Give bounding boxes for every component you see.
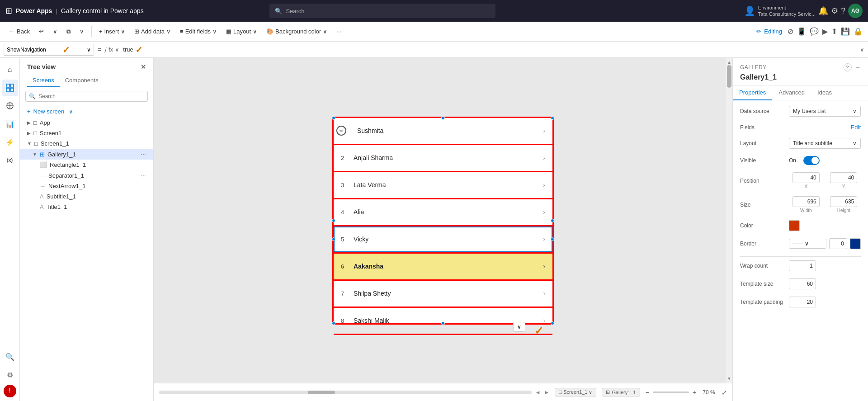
user-avatar[interactable]: AG [848, 4, 863, 18]
zoom-in-button[interactable]: + [693, 389, 696, 396]
tree-item-screen1-1[interactable]: ▼ □ Screen1_1 [20, 138, 153, 149]
variables-icon-btn[interactable]: (x) [2, 152, 18, 168]
apps-grid-icon[interactable]: ⊞ [5, 6, 12, 16]
position-x-input[interactable] [793, 172, 820, 183]
zoom-slider[interactable] [653, 392, 689, 393]
gallery-row-6[interactable]: 6 Aakansha › [334, 254, 552, 281]
gallery-context-menu[interactable]: ··· [141, 151, 146, 158]
formula-expand-icon[interactable]: ∨ [860, 46, 864, 53]
layout-select[interactable]: Title and subtitle ∨ [789, 138, 861, 149]
brand-divider: | [56, 8, 57, 14]
row-2-content: Anjali Sharma [354, 154, 393, 161]
tree-item-subtitle1-1[interactable]: A Subtitle1_1 [20, 191, 153, 202]
undo-button[interactable]: ↩ [35, 26, 47, 37]
template-padding-input[interactable] [789, 297, 816, 307]
visible-toggle[interactable] [803, 156, 820, 165]
size-width-input[interactable] [793, 196, 820, 207]
gallery-row-2[interactable]: 2 Anjali Sharma › [334, 145, 552, 172]
horizontal-scroll-thumb[interactable] [308, 391, 335, 394]
gallery-widget[interactable]: ✏ Sushmita › 2 Anjali Sharma › [332, 117, 554, 325]
tree-item-title1-1[interactable]: A Title1_1 [20, 202, 153, 212]
gallery-row-4[interactable]: 4 Alia › [334, 199, 552, 226]
border-style-select[interactable]: —— ∨ [789, 239, 826, 249]
tree-item-rectangle1-1[interactable]: ⬜ Rectangle1_1 [20, 160, 153, 170]
template-size-input[interactable] [789, 278, 816, 289]
gallery-row-3[interactable]: 3 Lata Verma › [334, 172, 552, 199]
tree-item-gallery1-1[interactable]: ▼ ⊞ Gallery1_1 ··· [20, 149, 153, 160]
search-icon-btn[interactable]: 🔍 [2, 349, 18, 365]
gallery-row-8[interactable]: 8 Sakshi Malik › ∨ ✓ [334, 308, 552, 335]
svg-rect-2 [6, 88, 9, 91]
notification-icon[interactable]: 🔔 [818, 6, 828, 16]
border-width-input[interactable] [829, 238, 847, 249]
border-color-swatch[interactable] [850, 238, 861, 249]
help-icon[interactable]: ? [841, 6, 845, 16]
insert-button[interactable]: + Insert ∨ [95, 26, 129, 37]
charts-icon-btn[interactable]: 📊 [2, 116, 18, 132]
chat-icon[interactable]: 💬 [810, 27, 819, 36]
data-icon-btn[interactable] [2, 98, 18, 114]
prop-fields: Fields Edit [740, 124, 861, 131]
tab-components[interactable]: Components [60, 74, 104, 87]
lock-icon[interactable]: 🔒 [854, 27, 863, 36]
connections-icon-btn[interactable]: ⚡ [2, 134, 18, 150]
vertical-scroll-thumb[interactable] [727, 65, 731, 88]
data-source-select[interactable]: My Users List ∨ [789, 106, 861, 117]
horizontal-scrollbar[interactable] [159, 391, 532, 394]
back-button[interactable]: ← Back [5, 26, 33, 37]
tab-properties[interactable]: Properties [733, 85, 772, 100]
tree-close-button[interactable]: ✕ [141, 63, 146, 71]
add-data-button[interactable]: ⊞ Add data ∨ [131, 26, 175, 37]
screen-badge[interactable]: □ Screen1_1 ∨ [555, 388, 596, 396]
formula-value[interactable]: true ✓ [123, 44, 142, 55]
tree-item-app[interactable]: ▶ □ App [20, 118, 153, 128]
tree-item-screen1[interactable]: ▶ □ Screen1 [20, 128, 153, 138]
row-handle-left[interactable] [332, 237, 335, 241]
background-color-button[interactable]: 🎨 Background color ∨ [263, 26, 331, 37]
tree-item-nextarrow1-1[interactable]: → NextArrow1_1 [20, 181, 153, 191]
settings-icon[interactable]: ⚙ [831, 6, 838, 16]
fields-edit-button[interactable]: Edit [851, 124, 861, 131]
publish-icon[interactable]: ⬆ [831, 27, 837, 36]
row-dropdown[interactable]: ∨ [513, 322, 525, 332]
gallery-help-icon[interactable]: ? [844, 63, 852, 71]
tree-search-input[interactable] [25, 91, 148, 102]
error-indicator[interactable]: ! [4, 385, 16, 397]
home-icon-btn[interactable]: ⌂ [2, 61, 18, 78]
gallery-row-1[interactable]: ✏ Sushmita › [334, 118, 552, 145]
save-icon[interactable]: 💾 [841, 27, 850, 36]
wrap-count-input[interactable] [789, 260, 816, 271]
gallery-badge[interactable]: ⊞ Gallery1_1 [602, 388, 640, 396]
right-panel-expand-icon[interactable]: → [855, 64, 861, 71]
gallery-row-7[interactable]: 7 Shilpa Shetty › [334, 281, 552, 308]
gallery-row-5[interactable]: 5 Vicky › [334, 226, 552, 254]
new-screen-button[interactable]: + New screen ∨ [20, 105, 153, 118]
color-swatch[interactable] [789, 220, 800, 231]
row-edit-indicator: ✏ [336, 126, 346, 136]
position-y-input[interactable] [830, 172, 857, 183]
preview-icon[interactable]: ⊘ [788, 27, 793, 36]
tab-advanced[interactable]: Advanced [772, 85, 811, 100]
undo-dropdown-button[interactable]: ∨ [49, 26, 61, 37]
zoom-out-button[interactable]: − [646, 389, 649, 396]
edit-fields-button[interactable]: ≡ Edit fields ∨ [176, 26, 221, 37]
fit-screen-button[interactable]: ⤢ [722, 389, 727, 396]
property-dropdown[interactable]: ShowNavigation ✓ ∨ [4, 44, 94, 56]
copy-button[interactable]: ⧉ [63, 26, 74, 37]
fx-button[interactable]: 𝑓 fx ∨ [105, 46, 119, 53]
vertical-scrollbar[interactable]: ▲ ▼ [726, 58, 732, 383]
copy-dropdown-button[interactable]: ∨ [76, 26, 88, 37]
row-handle-right[interactable] [551, 237, 554, 241]
settings-icon-btn[interactable]: ⚙ [2, 367, 18, 383]
separator-context-menu[interactable]: ··· [141, 172, 146, 179]
more-button[interactable]: ··· [333, 26, 345, 37]
tree-item-separator1-1[interactable]: — Separator1_1 ··· [20, 170, 153, 181]
screens-icon-btn[interactable] [2, 80, 18, 96]
play-icon[interactable]: ▶ [822, 27, 828, 36]
global-search-bar[interactable]: 🔍 Search [269, 4, 495, 18]
size-height-input[interactable] [830, 196, 857, 207]
layout-button[interactable]: ▦ Layout ∨ [222, 26, 261, 37]
tab-ideas[interactable]: Ideas [811, 85, 838, 100]
tab-screens[interactable]: Screens [27, 74, 60, 87]
phone-icon[interactable]: 📱 [797, 27, 806, 36]
